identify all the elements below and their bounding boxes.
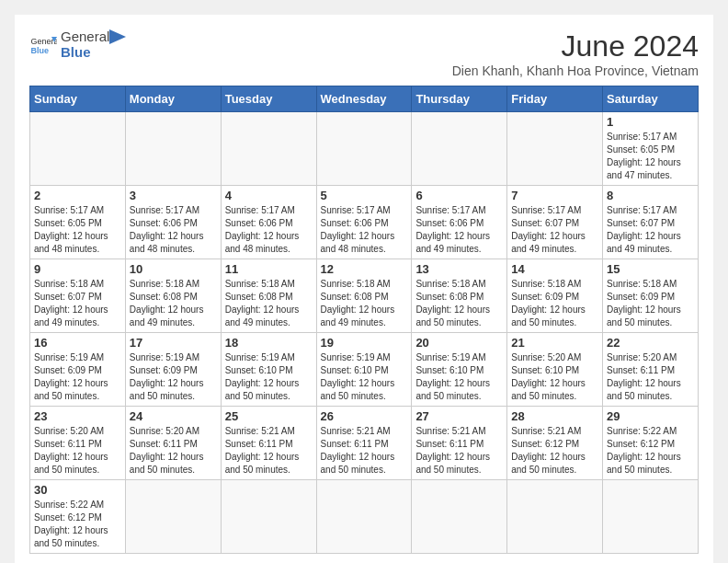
header-friday: Friday — [507, 86, 603, 112]
calendar-day-cell: 5Sunrise: 5:17 AM Sunset: 6:06 PM Daylig… — [316, 186, 412, 259]
flag-icon — [109, 29, 128, 55]
calendar-week-row: 30Sunrise: 5:22 AM Sunset: 6:12 PM Dayli… — [30, 480, 699, 554]
header-monday: Monday — [125, 86, 221, 112]
calendar-day-cell: 15Sunrise: 5:18 AM Sunset: 6:09 PM Dayli… — [603, 259, 699, 333]
calendar-day-cell: 16Sunrise: 5:19 AM Sunset: 6:09 PM Dayli… — [30, 333, 126, 407]
day-info: Sunrise: 5:20 AM Sunset: 6:11 PM Dayligh… — [607, 351, 694, 403]
day-info: Sunrise: 5:19 AM Sunset: 6:10 PM Dayligh… — [415, 351, 503, 403]
day-info: Sunrise: 5:18 AM Sunset: 6:08 PM Dayligh… — [225, 278, 313, 329]
calendar-week-row: 23Sunrise: 5:20 AM Sunset: 6:11 PM Dayli… — [30, 407, 699, 480]
header-sunday: Sunday — [30, 86, 126, 112]
calendar-day-cell — [412, 112, 507, 186]
calendar-page: General Blue General Blue June 2024 Dien… — [15, 15, 713, 563]
day-info: Sunrise: 5:18 AM Sunset: 6:09 PM Dayligh… — [511, 278, 598, 329]
day-info: Sunrise: 5:21 AM Sunset: 6:12 PM Dayligh… — [511, 425, 598, 477]
day-info: Sunrise: 5:18 AM Sunset: 6:07 PM Dayligh… — [34, 278, 121, 329]
day-info: Sunrise: 5:17 AM Sunset: 6:05 PM Dayligh… — [34, 204, 121, 256]
day-number: 8 — [607, 189, 694, 202]
calendar-week-row: 1Sunrise: 5:17 AM Sunset: 6:05 PM Daylig… — [30, 112, 699, 186]
calendar-table: Sunday Monday Tuesday Wednesday Thursday… — [29, 86, 699, 554]
header-tuesday: Tuesday — [221, 86, 316, 112]
day-info: Sunrise: 5:21 AM Sunset: 6:11 PM Dayligh… — [321, 425, 408, 477]
calendar-day-cell — [221, 480, 316, 554]
calendar-week-row: 9Sunrise: 5:18 AM Sunset: 6:07 PM Daylig… — [30, 259, 699, 333]
day-info: Sunrise: 5:21 AM Sunset: 6:11 PM Dayligh… — [415, 425, 503, 477]
calendar-week-row: 2Sunrise: 5:17 AM Sunset: 6:05 PM Daylig… — [30, 186, 699, 259]
calendar-day-cell — [125, 480, 221, 554]
calendar-day-cell: 4Sunrise: 5:17 AM Sunset: 6:06 PM Daylig… — [221, 186, 316, 259]
calendar-day-cell: 28Sunrise: 5:21 AM Sunset: 6:12 PM Dayli… — [507, 407, 603, 480]
calendar-day-cell: 14Sunrise: 5:18 AM Sunset: 6:09 PM Dayli… — [507, 259, 603, 333]
calendar-day-cell: 13Sunrise: 5:18 AM Sunset: 6:08 PM Dayli… — [412, 259, 507, 333]
calendar-day-cell: 11Sunrise: 5:18 AM Sunset: 6:08 PM Dayli… — [221, 259, 316, 333]
calendar-day-cell: 20Sunrise: 5:19 AM Sunset: 6:10 PM Dayli… — [412, 333, 507, 407]
day-number: 14 — [511, 262, 598, 276]
day-number: 3 — [130, 189, 217, 202]
calendar-day-cell — [507, 112, 603, 186]
day-info: Sunrise: 5:18 AM Sunset: 6:09 PM Dayligh… — [607, 278, 694, 329]
calendar-body: 1Sunrise: 5:17 AM Sunset: 6:05 PM Daylig… — [30, 112, 699, 554]
day-number: 16 — [34, 336, 121, 350]
title-area: June 2024 Dien Khanh, Khanh Hoa Province… — [452, 29, 699, 78]
day-info: Sunrise: 5:22 AM Sunset: 6:12 PM Dayligh… — [34, 499, 121, 550]
svg-marker-3 — [109, 29, 126, 44]
day-info: Sunrise: 5:17 AM Sunset: 6:05 PM Dayligh… — [607, 131, 694, 182]
day-number: 17 — [130, 336, 217, 350]
calendar-day-cell — [125, 112, 221, 186]
calendar-day-cell: 21Sunrise: 5:20 AM Sunset: 6:10 PM Dayli… — [507, 333, 603, 407]
day-number: 22 — [607, 336, 694, 350]
day-info: Sunrise: 5:17 AM Sunset: 6:06 PM Dayligh… — [415, 204, 503, 256]
day-info: Sunrise: 5:19 AM Sunset: 6:09 PM Dayligh… — [130, 351, 217, 403]
calendar-day-cell: 17Sunrise: 5:19 AM Sunset: 6:09 PM Dayli… — [125, 333, 221, 407]
calendar-week-row: 16Sunrise: 5:19 AM Sunset: 6:09 PM Dayli… — [30, 333, 699, 407]
day-number: 28 — [511, 409, 598, 423]
header-thursday: Thursday — [412, 86, 507, 112]
day-info: Sunrise: 5:19 AM Sunset: 6:10 PM Dayligh… — [321, 351, 408, 403]
day-number: 11 — [225, 262, 313, 276]
weekday-header-row: Sunday Monday Tuesday Wednesday Thursday… — [30, 86, 699, 112]
generalblue-logo-icon: General Blue — [29, 31, 57, 59]
day-number: 5 — [321, 189, 408, 202]
calendar-day-cell: 3Sunrise: 5:17 AM Sunset: 6:06 PM Daylig… — [125, 186, 221, 259]
day-number: 27 — [415, 409, 503, 423]
day-number: 30 — [34, 483, 121, 497]
calendar-day-cell: 6Sunrise: 5:17 AM Sunset: 6:06 PM Daylig… — [412, 186, 507, 259]
day-number: 26 — [321, 409, 408, 423]
day-number: 7 — [511, 189, 598, 202]
calendar-day-cell: 2Sunrise: 5:17 AM Sunset: 6:05 PM Daylig… — [30, 186, 126, 259]
logo: General Blue General Blue — [29, 29, 128, 60]
day-number: 15 — [607, 262, 694, 276]
day-number: 2 — [34, 189, 121, 202]
logo-blue-text: Blue — [61, 45, 109, 61]
day-info: Sunrise: 5:18 AM Sunset: 6:08 PM Dayligh… — [415, 278, 503, 329]
calendar-day-cell — [507, 480, 603, 554]
header-saturday: Saturday — [603, 86, 699, 112]
calendar-day-cell: 24Sunrise: 5:20 AM Sunset: 6:11 PM Dayli… — [125, 407, 221, 480]
logo-general-text: General — [61, 29, 109, 45]
calendar-day-cell — [30, 112, 126, 186]
day-info: Sunrise: 5:18 AM Sunset: 6:08 PM Dayligh… — [130, 278, 217, 329]
day-number: 9 — [34, 262, 121, 276]
day-info: Sunrise: 5:22 AM Sunset: 6:12 PM Dayligh… — [607, 425, 694, 477]
calendar-day-cell — [603, 480, 699, 554]
calendar-day-cell — [316, 112, 412, 186]
day-number: 18 — [225, 336, 313, 350]
calendar-day-cell: 18Sunrise: 5:19 AM Sunset: 6:10 PM Dayli… — [221, 333, 316, 407]
calendar-day-cell: 22Sunrise: 5:20 AM Sunset: 6:11 PM Dayli… — [603, 333, 699, 407]
calendar-day-cell: 10Sunrise: 5:18 AM Sunset: 6:08 PM Dayli… — [125, 259, 221, 333]
day-info: Sunrise: 5:17 AM Sunset: 6:07 PM Dayligh… — [511, 204, 598, 256]
calendar-day-cell — [316, 480, 412, 554]
page-header: General Blue General Blue June 2024 Dien… — [29, 29, 699, 78]
day-info: Sunrise: 5:20 AM Sunset: 6:10 PM Dayligh… — [511, 351, 598, 403]
day-info: Sunrise: 5:20 AM Sunset: 6:11 PM Dayligh… — [34, 425, 121, 477]
day-number: 1 — [607, 115, 694, 129]
calendar-day-cell: 19Sunrise: 5:19 AM Sunset: 6:10 PM Dayli… — [316, 333, 412, 407]
day-number: 20 — [415, 336, 503, 350]
day-number: 24 — [130, 409, 217, 423]
day-number: 21 — [511, 336, 598, 350]
day-info: Sunrise: 5:17 AM Sunset: 6:07 PM Dayligh… — [607, 204, 694, 256]
day-number: 6 — [415, 189, 503, 202]
calendar-day-cell: 30Sunrise: 5:22 AM Sunset: 6:12 PM Dayli… — [30, 480, 126, 554]
day-info: Sunrise: 5:18 AM Sunset: 6:08 PM Dayligh… — [321, 278, 408, 329]
header-wednesday: Wednesday — [316, 86, 412, 112]
